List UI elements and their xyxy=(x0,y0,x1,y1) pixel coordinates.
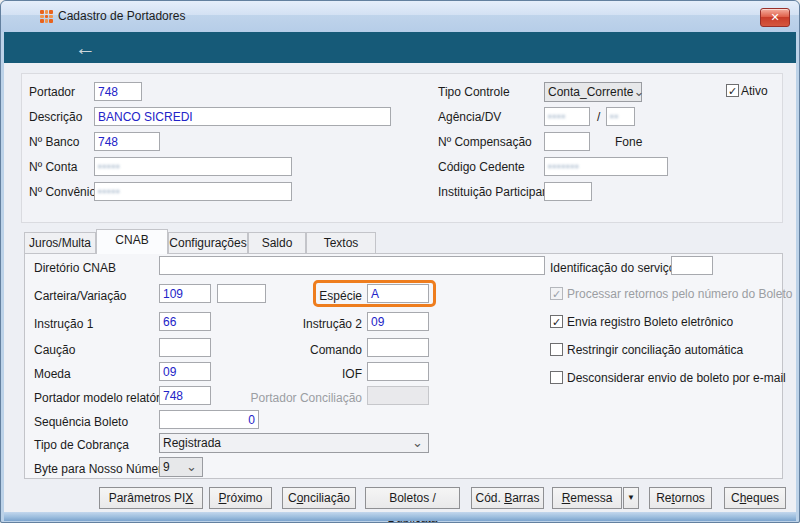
chevron-down-icon: ⌄ xyxy=(186,462,199,472)
instrucao1-label: Instrução 1 xyxy=(34,315,93,334)
restringir-conciliacao-checkbox[interactable] xyxy=(550,343,563,356)
comando-input[interactable] xyxy=(367,338,429,357)
tipo-controle-label: Tipo Controle xyxy=(438,83,510,102)
instituicao-participante-input[interactable] xyxy=(544,182,592,201)
app-icon xyxy=(40,10,53,23)
portador-modelo-input[interactable]: 748 xyxy=(159,386,211,405)
agencia-dv-label: Agência/DV xyxy=(438,108,501,127)
tab-juros-multa[interactable]: Juros/Multa xyxy=(24,232,96,254)
diretorio-cnab-input[interactable] xyxy=(159,256,545,275)
tipo-controle-select[interactable]: Conta_Corrente ⌄ xyxy=(544,82,642,102)
client-area: ← Portador 748 Descrição BANCO SICREDI N… xyxy=(4,32,796,512)
conciliacao-button[interactable]: Conciliação xyxy=(282,487,356,509)
tab-saldo[interactable]: Saldo xyxy=(248,232,306,254)
descricao-label: Descrição xyxy=(29,108,82,127)
sequencia-boleto-input[interactable]: 0 xyxy=(159,410,259,429)
dv-input[interactable]: •• xyxy=(606,107,635,126)
num-conta-input[interactable]: ••••• xyxy=(94,157,292,176)
restringir-conciliacao-label: Restringir conciliação automática xyxy=(567,343,743,358)
back-arrow-icon[interactable]: ← xyxy=(75,34,96,61)
title-bar[interactable]: Cadastro de Portadores ✕ xyxy=(1,1,799,32)
remessa-button[interactable]: Remessa xyxy=(552,487,622,509)
parametros-pix-button[interactable]: Parâmetros PIX xyxy=(99,487,203,509)
fone-label: Fone xyxy=(615,133,642,152)
cod-barras-button[interactable]: Cód. Barras xyxy=(471,487,544,509)
iof-input[interactable] xyxy=(367,362,429,381)
portador-conciliacao-label: Portador Conciliação xyxy=(247,389,362,408)
portador-modelo-label: Portador modelo relatório xyxy=(34,389,169,408)
tipo-cobranca-label: Tipo de Cobrança xyxy=(34,436,129,455)
carteira-input[interactable]: 109 xyxy=(159,284,211,303)
instrucao1-input[interactable]: 66 xyxy=(159,312,211,331)
tab-cnab[interactable]: CNAB xyxy=(96,229,168,254)
boletos-duplicata-button[interactable]: Boletos / Duplicata xyxy=(365,487,460,509)
num-banco-input[interactable]: 748 xyxy=(94,132,160,151)
caucao-label: Caução xyxy=(34,341,75,360)
codigo-cedente-input[interactable]: ••••••• xyxy=(544,157,668,176)
proximo-button[interactable]: Próximo xyxy=(209,487,272,509)
num-compensacao-input[interactable] xyxy=(544,132,590,151)
instrucao2-input[interactable]: 09 xyxy=(367,312,429,331)
iof-label: IOF xyxy=(254,365,362,384)
chevron-down-icon: ⌄ xyxy=(412,438,425,448)
moeda-input[interactable]: 09 xyxy=(159,362,211,381)
num-convenio-label: Nº Convênio xyxy=(29,183,96,202)
num-convenio-input[interactable]: ••••• xyxy=(94,182,292,201)
envia-registro-label: Envia registro Boleto eletrônico xyxy=(567,315,733,330)
desconsiderar-envio-checkbox[interactable] xyxy=(550,371,563,384)
carteira-variacao-label: Carteira/Variação xyxy=(34,287,126,306)
descricao-input[interactable]: BANCO SICREDI xyxy=(94,107,391,126)
num-conta-label: Nº Conta xyxy=(29,158,77,177)
portador-conciliacao-input xyxy=(367,386,429,405)
diretorio-cnab-label: Diretório CNAB xyxy=(34,259,116,278)
comando-label: Comando xyxy=(254,341,362,360)
chevron-down-icon: ⌄ xyxy=(633,87,646,97)
close-icon[interactable]: ✕ xyxy=(760,8,790,27)
cheques-button[interactable]: Cheques xyxy=(724,487,786,509)
codigo-cedente-label: Código Cedente xyxy=(438,158,525,177)
envia-registro-checkbox[interactable]: ✓ xyxy=(550,315,563,328)
byte-nosso-numero-select[interactable]: 9 ⌄ xyxy=(159,457,203,477)
tab-configuracoes[interactable]: Configurações xyxy=(168,232,248,254)
instituicao-participante-label: Instituição Participante xyxy=(438,183,559,202)
moeda-label: Moeda xyxy=(34,365,71,384)
byte-nosso-numero-label: Byte para Nosso Número xyxy=(34,460,169,479)
ativo-checkbox[interactable]: ✓ xyxy=(726,84,739,97)
especie-input[interactable]: A xyxy=(367,284,429,303)
identificacao-servico-input[interactable] xyxy=(671,256,713,275)
tipo-cobranca-select[interactable]: Registrada ⌄ xyxy=(159,433,429,453)
window: Cadastro de Portadores ✕ ← Portador 748 … xyxy=(0,0,800,523)
portador-input[interactable]: 748 xyxy=(94,82,142,101)
agencia-input[interactable]: •••• xyxy=(544,107,590,126)
instrucao2-label: Instrução 2 xyxy=(254,315,362,334)
identificacao-servico-label: Identificação do serviço xyxy=(550,259,675,278)
header-band: ← xyxy=(4,32,796,63)
remessa-dropdown-arrow-icon[interactable]: ▼ xyxy=(623,487,639,509)
window-bottom-border xyxy=(4,512,796,521)
retornos-button[interactable]: Retornos xyxy=(649,487,712,509)
num-compensacao-label: Nº Compensação xyxy=(438,133,532,152)
agencia-dv-separator: / xyxy=(597,108,600,127)
tab-textos[interactable]: Textos xyxy=(306,232,376,254)
portador-label: Portador xyxy=(29,83,75,102)
caucao-input[interactable] xyxy=(159,338,211,357)
sequencia-boleto-label: Sequência Boleto xyxy=(34,413,128,432)
especie-label: Espécie xyxy=(254,287,362,306)
window-title: Cadastro de Portadores xyxy=(58,9,185,23)
processar-retornos-label: Processar retornos pelo número do Boleto xyxy=(567,287,792,302)
desconsiderar-envio-label: Desconsiderar envio de boleto por e-mail xyxy=(567,371,786,386)
processar-retornos-checkbox: ✓ xyxy=(550,287,563,300)
ativo-label: Ativo xyxy=(741,84,768,99)
num-banco-label: Nº Banco xyxy=(29,133,79,152)
